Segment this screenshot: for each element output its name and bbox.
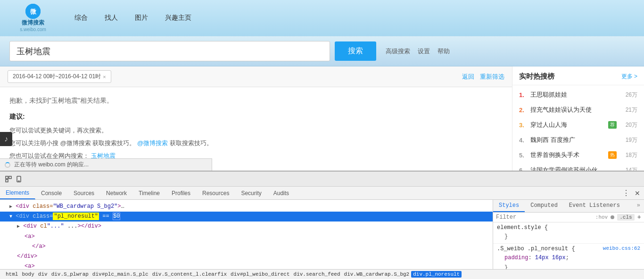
filter-back-link[interactable]: 返回 [462, 73, 474, 81]
search-input-wrapper [9, 41, 330, 61]
loading-spinner [5, 162, 10, 168]
devtools-inspect-btn[interactable] [4, 174, 13, 184]
styles-tab-event-listeners[interactable]: Event Listeners [563, 200, 626, 212]
devtools-tab-elements[interactable]: Elements [0, 187, 35, 199]
styles-tab-more[interactable]: » [633, 200, 644, 212]
devtools-tab-console[interactable]: Console [35, 187, 68, 199]
devtools-more-btn[interactable]: ⋮ [622, 189, 630, 197]
logo: 微 微博搜索 s.weibo.com [9, 4, 57, 32]
filter-tag-close[interactable]: × [103, 74, 106, 80]
waiting-bar: 正在等待 weibo.com 的响应... [0, 158, 212, 171]
filter-plus[interactable]: + [637, 213, 641, 221]
html-line-5: </a> [0, 242, 493, 252]
hot-title-bar: 实时热搜榜 更多 > [512, 66, 644, 85]
hot-item-5[interactable]: 5. 世界首例换头手术 热 18万 [512, 148, 644, 163]
svg-rect-3 [9, 176, 11, 179]
hot-name-1: 王思聪抓娃娃 [530, 90, 617, 99]
search-input[interactable] [9, 41, 330, 61]
html-line-4: <a> [0, 232, 493, 242]
bc-body[interactable]: body [20, 271, 36, 278]
html-line-2-selected: ▼ <div class="pl_noresult" == $0 [0, 212, 493, 222]
devtools-tab-profiles[interactable]: Profiles [166, 187, 197, 199]
hot-item-1[interactable]: 1. 王思聪抓娃娃 26万 [512, 87, 644, 102]
devtools-device-btn[interactable] [14, 174, 24, 184]
styles-selector-1: element.style { [497, 224, 640, 231]
hot-item-2[interactable]: 2. 捏充气娃娃误认为天使 21万 [512, 102, 644, 117]
devtools-tab-audits[interactable]: Audits [268, 187, 295, 199]
bc-wbcard[interactable]: div.WB_cardwrap.S_bg2 [342, 271, 412, 278]
filter-tag-text: 2016-04-12 00时~2016-04-12 01时 [13, 73, 101, 81]
logo-icon: 微 [25, 4, 41, 19]
bc-div[interactable]: div [36, 271, 50, 278]
triangle-1[interactable]: ▶ [9, 204, 12, 209]
svg-rect-4 [6, 180, 8, 182]
bc-scontent[interactable]: div.S_content_l.clearfix [150, 271, 229, 278]
devtools-html-tree[interactable]: ▶ <div class="WB_cardwrap S_bg2">… ▼ <di… [0, 200, 493, 269]
search-button[interactable]: 搜索 [335, 41, 376, 61]
highlighted-class: "pl_noresult" [53, 213, 99, 220]
styles-tab-computed[interactable]: Computed [525, 200, 563, 212]
hot-rank-3: 3. [519, 122, 527, 129]
devtools-tab-network[interactable]: Network [100, 187, 133, 199]
devtools-toolbar [0, 172, 644, 187]
suggestion-1: 您可以尝试更换关键词，再次搜索。 [9, 126, 503, 136]
devtools-tab-actions: ⋮ ✕ [619, 187, 644, 199]
bc-html[interactable]: html [4, 271, 20, 278]
filter-tag: 2016-04-12 00时~2016-04-12 01时 × [8, 70, 111, 83]
html-line-7: <a> [0, 262, 493, 269]
styles-selector-2: .S_weibo .pl_noresult { weibo.css:62 [497, 246, 640, 252]
devtools-tab-timeline[interactable]: Timeline [133, 187, 166, 199]
styles-filter-bar: :hov .cls + [493, 213, 644, 222]
bc-plweibo[interactable]: div#pl_weibo_direct [229, 271, 291, 278]
hot-rank-2: 2. [519, 107, 527, 114]
hot-count-2: 21万 [620, 106, 637, 114]
bc-searchfeed[interactable]: div.search_feed [292, 271, 342, 278]
bc-splwrap[interactable]: div.S_plwrap [50, 271, 91, 278]
advanced-search-link[interactable]: 高级搜索 [386, 47, 410, 56]
styles-source-2[interactable]: weibo.css:62 [603, 246, 640, 251]
filter-refine-link[interactable]: 重新筛选 [480, 73, 504, 81]
devtools-styles-panel: Styles Computed Event Listeners » :hov .… [493, 200, 644, 269]
html-line-3: ▶ <div cl"..." ...></div> [0, 222, 493, 231]
hot-search-more[interactable]: 更多 > [621, 73, 637, 81]
settings-link[interactable]: 设置 [418, 47, 430, 56]
hot-name-3: 穿过人山人海 [530, 121, 604, 129]
nav-interests[interactable]: 兴趣主页 [161, 12, 195, 24]
html-line-1: ▶ <div class="WB_cardwrap S_bg2">… [0, 202, 493, 212]
devtools-tab-resources[interactable]: Resources [197, 187, 235, 199]
styles-prop-2b: } [497, 263, 640, 269]
bc-plcmain[interactable]: div#plc_main.S_plc [91, 271, 150, 278]
nav-images[interactable]: 图片 [131, 12, 152, 24]
filter-pseudo[interactable]: :hov [595, 214, 608, 220]
triangle-2[interactable]: ▼ [9, 214, 12, 219]
hot-item-4[interactable]: 4. 魏则西 百度推广 19万 [512, 132, 644, 148]
filter-cls[interactable]: .cls [617, 214, 634, 221]
bc-plnoresult[interactable]: div.pl_noresult [411, 271, 462, 278]
help-link[interactable]: 帮助 [438, 47, 450, 56]
styles-filter-input[interactable] [496, 214, 593, 221]
devtools-main: ▶ <div class="WB_cardwrap S_bg2">… ▼ <di… [0, 200, 644, 269]
nav-comprehensive[interactable]: 综合 [71, 12, 91, 24]
filter-bar: 2016-04-12 00时~2016-04-12 01时 × 返回 重新筛选 [0, 66, 512, 87]
hot-count-1: 26万 [620, 91, 637, 99]
nav-findpeople[interactable]: 找人 [101, 12, 122, 24]
hot-badge-5: 热 [608, 151, 617, 159]
suggestion-2: 您可以关注萌小搜 @微博搜索 获取搜索技巧。 @微博搜索 获取搜索技巧。 [9, 139, 503, 148]
hot-count-5: 18万 [620, 151, 637, 159]
triangle-3[interactable]: ▶ [17, 224, 20, 229]
devtools-close-btn[interactable]: ✕ [635, 189, 640, 197]
devtools-tab-security[interactable]: Security [235, 187, 267, 199]
filter-dot[interactable] [611, 215, 614, 219]
devtools-tab-sources[interactable]: Sources [68, 187, 100, 199]
styles-prop-1: } [497, 232, 640, 241]
nav-links: 综合 找人 图片 兴趣主页 [71, 12, 195, 24]
devtools-panel: Elements Console Sources Network Timelin… [0, 171, 644, 279]
search-extra-links: 高级搜索 设置 帮助 [386, 47, 450, 56]
styles-tab-styles[interactable]: Styles [493, 200, 525, 212]
hot-name-2: 捏充气娃娃误认为天使 [530, 106, 617, 114]
weibo-at-link[interactable]: @微博搜索 [137, 140, 168, 147]
music-icon-bar: ♪ [0, 132, 12, 146]
hot-item-3[interactable]: 3. 穿过人山人海 荐 20万 [512, 117, 644, 132]
hot-name-4: 魏则西 百度推广 [530, 136, 617, 144]
hot-count-4: 19万 [620, 136, 637, 144]
